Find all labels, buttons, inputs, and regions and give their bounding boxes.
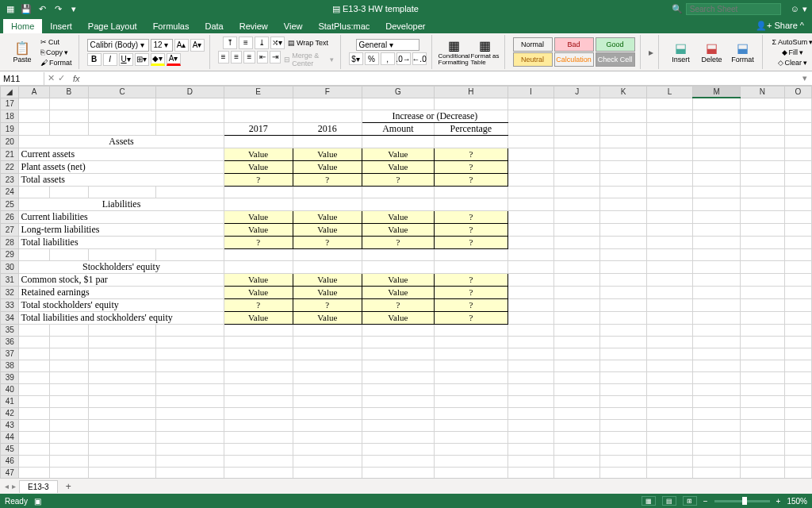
sheet-tab[interactable]: E13-3 [19, 480, 58, 493]
cell-A39[interactable] [19, 371, 49, 383]
row-header-32[interactable]: 32 [1, 286, 19, 298]
cell-F47[interactable] [293, 467, 362, 478]
format-cells-button[interactable]: ⬓Format [729, 36, 757, 69]
row-header-45[interactable]: 45 [1, 443, 19, 455]
cell-K25[interactable] [600, 198, 647, 210]
view-normal-button[interactable]: ▦ [642, 496, 656, 506]
cell-E18[interactable] [224, 110, 293, 122]
cell-I36[interactable] [508, 336, 553, 348]
cell-H32[interactable]: ? [434, 286, 508, 298]
fill-color-button[interactable]: ◆▾ [151, 53, 165, 66]
cell-H23[interactable]: ? [434, 173, 508, 186]
cell-O32[interactable] [784, 286, 811, 298]
cell-I20[interactable] [508, 135, 553, 148]
row-header-46[interactable]: 46 [1, 455, 19, 467]
cell-G23[interactable]: ? [362, 173, 434, 186]
cell-O44[interactable] [784, 431, 811, 443]
cell-A19[interactable] [19, 122, 49, 135]
cancel-formula-icon[interactable]: ✕ [48, 73, 55, 83]
cell-K22[interactable] [600, 160, 647, 173]
cell-J38[interactable] [554, 360, 600, 371]
cell-L31[interactable] [646, 273, 692, 286]
col-header-M[interactable]: M [693, 87, 741, 98]
copy-button[interactable]: ⎘Copy ▾ [39, 48, 74, 57]
cell-J17[interactable] [554, 98, 600, 110]
cell-D47[interactable] [156, 467, 224, 478]
cell-C19[interactable] [89, 122, 156, 135]
cell-F36[interactable] [293, 336, 362, 348]
cell-B42[interactable] [49, 407, 88, 419]
cell-L37[interactable] [646, 348, 692, 360]
cell-N39[interactable] [741, 371, 784, 383]
paste-button[interactable]: 📋Paste [8, 36, 36, 69]
add-sheet-button[interactable]: + [61, 481, 76, 492]
cell-A40[interactable] [19, 383, 49, 395]
row-header-19[interactable]: 19 [1, 122, 19, 135]
cell-G19[interactable]: Amount [362, 122, 434, 135]
cell-K46[interactable] [600, 455, 647, 467]
align-middle-button[interactable]: ≡ [239, 37, 253, 49]
row-header-17[interactable]: 17 [1, 98, 19, 110]
cell-E29[interactable] [224, 248, 293, 260]
cell-I40[interactable] [508, 383, 553, 395]
cell-K38[interactable] [600, 360, 647, 371]
cell-J40[interactable] [554, 383, 600, 395]
cell-F23[interactable]: ? [293, 173, 362, 186]
cell-G38[interactable] [362, 360, 434, 371]
cell-D24[interactable] [156, 186, 224, 198]
cell-L45[interactable] [646, 443, 692, 455]
cell-O20[interactable] [784, 135, 811, 148]
cell-H47[interactable] [434, 467, 508, 478]
cell-D18[interactable] [156, 110, 224, 122]
comma-button[interactable]: , [381, 52, 395, 65]
cell-J39[interactable] [554, 371, 600, 383]
cell-M31[interactable] [693, 273, 741, 286]
cell-J35[interactable] [554, 324, 600, 336]
col-header-E[interactable]: E [224, 87, 293, 98]
cell-I33[interactable] [508, 298, 553, 311]
row-header-42[interactable]: 42 [1, 407, 19, 419]
cell-F19[interactable]: 2016 [293, 122, 362, 135]
cell-B39[interactable] [49, 371, 88, 383]
cell-O17[interactable] [784, 98, 811, 110]
cell-D37[interactable] [156, 348, 224, 360]
cell-I30[interactable] [508, 260, 553, 273]
cell-A17[interactable] [19, 98, 49, 110]
cell-E22[interactable]: Value [224, 160, 293, 173]
cell-N43[interactable] [741, 419, 784, 431]
cell-A23[interactable]: Total assets [19, 173, 224, 186]
cell-I23[interactable] [508, 173, 553, 186]
cell-G20[interactable] [362, 135, 434, 148]
cell-L34[interactable] [646, 311, 692, 324]
style-neutral[interactable]: Neutral [513, 52, 553, 67]
cell-J44[interactable] [554, 431, 600, 443]
number-format-select[interactable]: General ▾ [356, 39, 419, 51]
cell-N37[interactable] [741, 348, 784, 360]
merge-button[interactable]: ⊟ Merge & Center ▾ [282, 51, 335, 68]
macro-icon[interactable]: ▣ [34, 497, 41, 506]
spreadsheet-grid[interactable]: ◢ABCDEFGHIJKLMNO1718Increase or (Decreas… [0, 86, 812, 478]
cell-E32[interactable]: Value [224, 286, 293, 298]
cell-K28[interactable] [600, 236, 647, 248]
col-header-F[interactable]: F [293, 87, 362, 98]
cell-I38[interactable] [508, 360, 553, 371]
cell-O34[interactable] [784, 311, 811, 324]
cell-L20[interactable] [646, 135, 692, 148]
cell-N33[interactable] [741, 298, 784, 311]
cell-J32[interactable] [554, 286, 600, 298]
row-header-21[interactable]: 21 [1, 148, 19, 160]
row-header-20[interactable]: 20 [1, 135, 19, 148]
cell-N22[interactable] [741, 160, 784, 173]
cell-J46[interactable] [554, 455, 600, 467]
bold-button[interactable]: B [87, 53, 102, 66]
cell-E41[interactable] [224, 395, 293, 407]
cell-E19[interactable]: 2017 [224, 122, 293, 135]
cell-C46[interactable] [89, 455, 156, 467]
cell-F28[interactable]: ? [293, 236, 362, 248]
cell-J22[interactable] [554, 160, 600, 173]
cell-A18[interactable] [19, 110, 49, 122]
align-right-button[interactable]: ≡ [243, 51, 255, 64]
tab-statplus[interactable]: StatPlus:mac [310, 19, 377, 33]
cell-A45[interactable] [19, 443, 49, 455]
sheet-nav-first[interactable]: ◂ [5, 482, 9, 491]
